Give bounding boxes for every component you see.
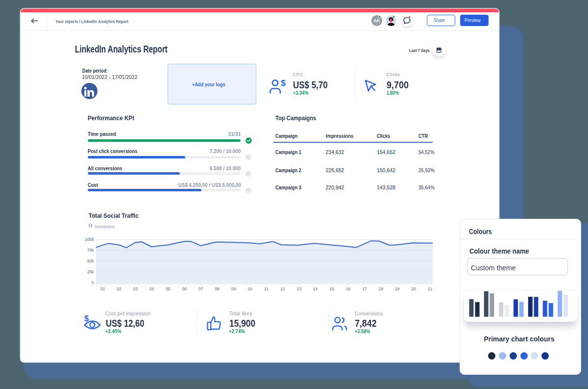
svg-text:$: $ <box>84 314 89 323</box>
svg-text:$: $ <box>281 78 286 88</box>
